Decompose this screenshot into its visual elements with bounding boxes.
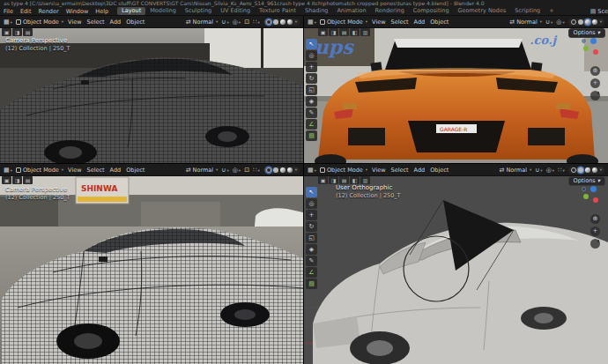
- pan-hand-icon[interactable]: +: [590, 227, 600, 236]
- gizmo-z-axis[interactable]: [590, 38, 597, 44]
- cursor-tool[interactable]: ◎: [306, 198, 317, 209]
- overlays-icon[interactable]: ∷▾: [558, 167, 565, 174]
- shading-dropdown[interactable]: ▾: [295, 19, 297, 24]
- pan-hand-icon[interactable]: +: [590, 78, 600, 88]
- tool-option-icon[interactable]: ◨: [329, 176, 338, 184]
- menu-select[interactable]: Select: [86, 167, 106, 174]
- transform-orientation-dropdown[interactable]: ⇄Normal▾: [509, 19, 542, 26]
- tool-option-icon[interactable]: ◨: [12, 28, 22, 36]
- shading-dropdown[interactable]: ▾: [600, 167, 602, 172]
- proportional-editing-icon[interactable]: ◎▾: [556, 19, 564, 26]
- active-tool-icon[interactable]: ▣: [2, 28, 11, 36]
- tool-option-icon[interactable]: ▤: [23, 28, 33, 36]
- gizmo-y-axis[interactable]: [583, 194, 589, 199]
- zoom-icon[interactable]: ⊕: [590, 66, 600, 76]
- transform-orientation-dropdown[interactable]: ⇄Normal▾: [186, 19, 219, 26]
- menu-select[interactable]: Select: [390, 19, 410, 26]
- proportional-editing-icon[interactable]: ◎▾: [546, 167, 554, 174]
- menu-view[interactable]: View: [67, 167, 82, 174]
- scale-tool[interactable]: ◱: [306, 233, 317, 243]
- move-tool[interactable]: +: [306, 210, 317, 220]
- tool-option-icon[interactable]: ◧: [350, 28, 360, 36]
- menu-add[interactable]: Add: [413, 167, 426, 174]
- move-tool[interactable]: +: [306, 62, 317, 72]
- menu-window[interactable]: Window: [63, 8, 93, 15]
- menu-object[interactable]: Object: [125, 167, 145, 174]
- menu-edit[interactable]: Edit: [17, 8, 35, 15]
- navigation-gizmo[interactable]: [580, 186, 603, 207]
- cursor-tool[interactable]: ◎: [306, 50, 317, 61]
- snapping-icon[interactable]: ∪▾: [221, 19, 228, 26]
- tab-modeling[interactable]: Modeling: [145, 7, 181, 15]
- menu-view[interactable]: View: [371, 19, 386, 26]
- tool-option-icon[interactable]: ◨: [329, 28, 338, 36]
- tab-layout[interactable]: Layout: [117, 7, 145, 15]
- tool-option-icon[interactable]: ▥: [360, 176, 370, 184]
- mode-dropdown[interactable]: Object Mode▾: [320, 167, 367, 174]
- snapping-icon[interactable]: ∪▾: [545, 19, 552, 26]
- gizmo-x-axis[interactable]: [593, 49, 598, 55]
- shading-solid-icon[interactable]: [273, 167, 278, 173]
- menu-object[interactable]: Object: [429, 167, 449, 174]
- shading-rendered-icon[interactable]: [287, 19, 293, 25]
- scene-selector[interactable]: ▤ Sce: [590, 8, 608, 15]
- tab-animation[interactable]: Animation: [332, 7, 370, 15]
- select-box-tool[interactable]: ↖: [306, 187, 317, 197]
- zoom-icon[interactable]: ⊕: [590, 214, 600, 224]
- rotate-tool[interactable]: ↻: [306, 221, 317, 232]
- shading-material-icon[interactable]: [585, 19, 590, 25]
- select-box-tool[interactable]: ↖: [306, 39, 317, 49]
- tab-compositing[interactable]: Compositing: [409, 7, 454, 15]
- shading-dropdown[interactable]: ▾: [600, 19, 602, 24]
- menu-render[interactable]: Render: [34, 8, 62, 15]
- gizmo-x-axis[interactable]: [593, 197, 598, 203]
- active-tool-icon[interactable]: ▣: [318, 28, 328, 36]
- transform-orientation-dropdown[interactable]: ⇄Normal▾: [500, 167, 532, 174]
- navigation-gizmo[interactable]: [580, 38, 603, 59]
- tab-scripting[interactable]: Scripting: [510, 7, 545, 15]
- mode-dropdown[interactable]: Object Mode▾: [16, 19, 63, 26]
- measure-tool[interactable]: ∠: [306, 267, 317, 278]
- shading-wireframe-icon[interactable]: [266, 19, 271, 25]
- transform-orientation-dropdown[interactable]: ⇄Normal▾: [186, 167, 219, 174]
- annotate-tool[interactable]: ✎: [306, 256, 317, 266]
- overlays-icon[interactable]: ∷▾: [253, 19, 260, 26]
- shading-material-icon[interactable]: [280, 167, 285, 173]
- measure-tool[interactable]: ∠: [306, 119, 317, 130]
- menu-file[interactable]: File: [0, 8, 17, 15]
- viewport-canvas-material-front[interactable]: ups .co.j: [304, 27, 608, 163]
- active-tool-icon[interactable]: ▣: [2, 176, 11, 184]
- menu-view[interactable]: View: [67, 19, 82, 26]
- tab-uv-editing[interactable]: UV Editing: [216, 7, 255, 15]
- mode-dropdown[interactable]: Object Mode▾: [320, 19, 367, 26]
- active-tool-icon[interactable]: ▣: [318, 176, 328, 184]
- rotate-tool[interactable]: ↻: [306, 73, 317, 84]
- camera-view-icon[interactable]: [590, 91, 600, 100]
- shading-solid-icon[interactable]: [273, 19, 278, 25]
- gizmos-icon[interactable]: ⊡: [244, 19, 249, 26]
- shading-solid-icon[interactable]: [578, 19, 583, 25]
- tool-option-icon[interactable]: ◧: [350, 176, 360, 184]
- viewport-canvas-wireframe-side[interactable]: [0, 27, 303, 163]
- editor-type-icon[interactable]: ▦▾: [308, 167, 316, 174]
- menu-object[interactable]: Object: [125, 19, 145, 26]
- snapping-icon[interactable]: ∪▾: [535, 167, 542, 174]
- menu-add[interactable]: Add: [413, 19, 426, 26]
- menu-object[interactable]: Object: [429, 19, 449, 26]
- snapping-icon[interactable]: ∪▾: [221, 167, 228, 174]
- shading-rendered-icon[interactable]: [592, 19, 597, 25]
- editor-type-icon[interactable]: ▦▾: [4, 167, 12, 174]
- shading-dropdown[interactable]: ▾: [295, 167, 297, 172]
- shading-rendered-icon[interactable]: [592, 167, 597, 173]
- transform-tool[interactable]: ◈: [306, 96, 317, 107]
- mode-dropdown[interactable]: Object Mode▾: [16, 167, 63, 174]
- add-workspace-button[interactable]: +: [545, 7, 558, 15]
- tab-rendering[interactable]: Rendering: [371, 7, 409, 15]
- tool-option-icon[interactable]: ▤: [23, 176, 33, 184]
- scale-tool[interactable]: ◱: [306, 85, 317, 95]
- shading-material-icon[interactable]: [585, 167, 590, 173]
- add-cube-tool[interactable]: ▧: [306, 279, 317, 289]
- shading-rendered-icon[interactable]: [287, 167, 293, 173]
- tool-option-icon[interactable]: ▥: [360, 28, 370, 36]
- gizmo-z-axis[interactable]: [590, 186, 597, 192]
